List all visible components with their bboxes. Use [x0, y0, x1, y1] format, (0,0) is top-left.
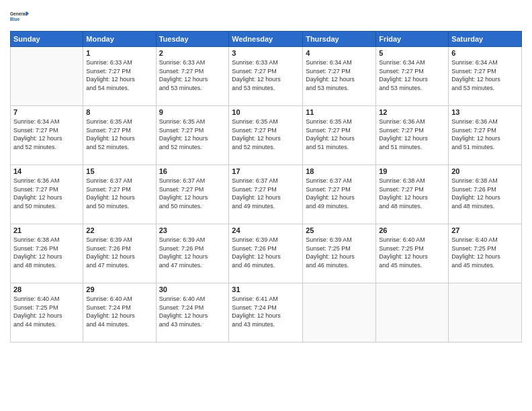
day-info: Sunrise: 6:40 AM Sunset: 7:25 PM Dayligh…	[379, 236, 445, 269]
day-info: Sunrise: 6:41 AM Sunset: 7:24 PM Dayligh…	[232, 295, 300, 328]
day-info: Sunrise: 6:34 AM Sunset: 7:27 PM Dayligh…	[13, 118, 80, 151]
calendar-cell: 5Sunrise: 6:34 AM Sunset: 7:27 PM Daylig…	[376, 47, 449, 106]
calendar-week-row: 7Sunrise: 6:34 AM Sunset: 7:27 PM Daylig…	[11, 106, 522, 165]
weekday-header: Sunday	[11, 32, 83, 47]
calendar-cell	[303, 283, 376, 342]
day-number: 28	[13, 285, 80, 293]
day-info: Sunrise: 6:33 AM Sunset: 7:27 PM Dayligh…	[232, 58, 300, 92]
calendar-cell	[376, 283, 449, 342]
weekday-header: Thursday	[303, 32, 376, 47]
day-info: Sunrise: 6:35 AM Sunset: 7:27 PM Dayligh…	[306, 118, 373, 151]
day-number: 19	[379, 167, 445, 175]
weekday-header: Saturday	[449, 32, 522, 47]
calendar-cell: 16Sunrise: 6:37 AM Sunset: 7:27 PM Dayli…	[156, 165, 229, 224]
day-info: Sunrise: 6:39 AM Sunset: 7:26 PM Dayligh…	[86, 236, 152, 269]
day-number: 14	[13, 167, 80, 175]
calendar-cell: 11Sunrise: 6:35 AM Sunset: 7:27 PM Dayli…	[303, 106, 376, 165]
day-number: 12	[379, 108, 445, 116]
day-number: 31	[232, 285, 300, 293]
day-info: Sunrise: 6:35 AM Sunset: 7:27 PM Dayligh…	[232, 118, 300, 151]
day-number: 20	[451, 167, 519, 175]
calendar-week-row: 28Sunrise: 6:40 AM Sunset: 7:25 PM Dayli…	[11, 283, 522, 342]
calendar-cell	[449, 283, 522, 342]
calendar-cell: 2Sunrise: 6:33 AM Sunset: 7:27 PM Daylig…	[156, 47, 229, 106]
day-number: 26	[379, 226, 445, 234]
calendar-cell: 22Sunrise: 6:39 AM Sunset: 7:26 PM Dayli…	[83, 224, 156, 283]
weekday-header: Tuesday	[156, 32, 229, 47]
calendar-cell: 25Sunrise: 6:39 AM Sunset: 7:25 PM Dayli…	[303, 224, 376, 283]
calendar-week-row: 14Sunrise: 6:36 AM Sunset: 7:27 PM Dayli…	[11, 165, 522, 224]
day-info: Sunrise: 6:34 AM Sunset: 7:27 PM Dayligh…	[306, 58, 373, 92]
day-info: Sunrise: 6:37 AM Sunset: 7:27 PM Dayligh…	[86, 177, 152, 210]
day-info: Sunrise: 6:37 AM Sunset: 7:27 PM Dayligh…	[306, 177, 373, 210]
day-info: Sunrise: 6:40 AM Sunset: 7:25 PM Dayligh…	[451, 236, 519, 269]
calendar-cell: 27Sunrise: 6:40 AM Sunset: 7:25 PM Dayli…	[449, 224, 522, 283]
day-number: 11	[306, 108, 373, 116]
calendar-cell: 28Sunrise: 6:40 AM Sunset: 7:25 PM Dayli…	[11, 283, 83, 342]
weekday-header-row: SundayMondayTuesdayWednesdayThursdayFrid…	[11, 32, 522, 47]
day-info: Sunrise: 6:39 AM Sunset: 7:26 PM Dayligh…	[159, 236, 226, 269]
day-number: 15	[86, 167, 152, 175]
calendar-cell: 24Sunrise: 6:39 AM Sunset: 7:26 PM Dayli…	[229, 224, 303, 283]
day-info: Sunrise: 6:38 AM Sunset: 7:26 PM Dayligh…	[451, 177, 519, 210]
day-number: 21	[13, 226, 80, 234]
day-number: 23	[159, 226, 226, 234]
day-info: Sunrise: 6:36 AM Sunset: 7:27 PM Dayligh…	[13, 177, 80, 210]
page-header: GeneralBlue	[10, 7, 522, 26]
day-info: Sunrise: 6:40 AM Sunset: 7:25 PM Dayligh…	[13, 295, 80, 328]
calendar-cell: 6Sunrise: 6:34 AM Sunset: 7:27 PM Daylig…	[449, 47, 522, 106]
day-number: 1	[86, 49, 152, 57]
day-info: Sunrise: 6:39 AM Sunset: 7:26 PM Dayligh…	[232, 236, 300, 269]
calendar-cell: 15Sunrise: 6:37 AM Sunset: 7:27 PM Dayli…	[83, 165, 156, 224]
svg-marker-2	[26, 11, 29, 16]
day-number: 3	[232, 49, 300, 57]
calendar-cell: 7Sunrise: 6:34 AM Sunset: 7:27 PM Daylig…	[11, 106, 83, 165]
day-number: 18	[306, 167, 373, 175]
calendar-cell: 26Sunrise: 6:40 AM Sunset: 7:25 PM Dayli…	[376, 224, 449, 283]
svg-text:General: General	[10, 11, 26, 16]
svg-text:Blue: Blue	[10, 17, 19, 21]
day-number: 9	[159, 108, 226, 116]
day-number: 24	[232, 226, 300, 234]
weekday-header: Wednesday	[229, 32, 303, 47]
calendar-cell: 4Sunrise: 6:34 AM Sunset: 7:27 PM Daylig…	[303, 47, 376, 106]
calendar-cell: 23Sunrise: 6:39 AM Sunset: 7:26 PM Dayli…	[156, 224, 229, 283]
day-number: 27	[451, 226, 519, 234]
day-info: Sunrise: 6:33 AM Sunset: 7:27 PM Dayligh…	[159, 58, 226, 92]
calendar-cell: 8Sunrise: 6:35 AM Sunset: 7:27 PM Daylig…	[83, 106, 156, 165]
calendar-cell: 29Sunrise: 6:40 AM Sunset: 7:24 PM Dayli…	[83, 283, 156, 342]
day-number: 6	[451, 49, 519, 57]
day-number: 30	[159, 285, 226, 293]
day-number: 8	[86, 108, 152, 116]
calendar-cell: 9Sunrise: 6:35 AM Sunset: 7:27 PM Daylig…	[156, 106, 229, 165]
weekday-header: Friday	[376, 32, 449, 47]
calendar-cell: 10Sunrise: 6:35 AM Sunset: 7:27 PM Dayli…	[229, 106, 303, 165]
day-number: 25	[306, 226, 373, 234]
calendar-cell: 20Sunrise: 6:38 AM Sunset: 7:26 PM Dayli…	[449, 165, 522, 224]
calendar-cell: 12Sunrise: 6:36 AM Sunset: 7:27 PM Dayli…	[376, 106, 449, 165]
day-number: 13	[451, 108, 519, 116]
day-info: Sunrise: 6:35 AM Sunset: 7:27 PM Dayligh…	[86, 118, 152, 151]
calendar-week-row: 1Sunrise: 6:33 AM Sunset: 7:27 PM Daylig…	[11, 47, 522, 106]
logo: GeneralBlue	[10, 7, 29, 26]
calendar-cell: 3Sunrise: 6:33 AM Sunset: 7:27 PM Daylig…	[229, 47, 303, 106]
day-number: 10	[232, 108, 300, 116]
day-number: 5	[379, 49, 445, 57]
calendar-cell: 17Sunrise: 6:37 AM Sunset: 7:27 PM Dayli…	[229, 165, 303, 224]
calendar-cell: 1Sunrise: 6:33 AM Sunset: 7:27 PM Daylig…	[83, 47, 156, 106]
day-info: Sunrise: 6:33 AM Sunset: 7:27 PM Dayligh…	[86, 58, 152, 92]
calendar-cell: 31Sunrise: 6:41 AM Sunset: 7:24 PM Dayli…	[229, 283, 303, 342]
day-number: 29	[86, 285, 152, 293]
calendar-week-row: 21Sunrise: 6:38 AM Sunset: 7:26 PM Dayli…	[11, 224, 522, 283]
day-info: Sunrise: 6:34 AM Sunset: 7:27 PM Dayligh…	[451, 58, 519, 92]
day-info: Sunrise: 6:36 AM Sunset: 7:27 PM Dayligh…	[379, 118, 445, 151]
day-info: Sunrise: 6:36 AM Sunset: 7:27 PM Dayligh…	[451, 118, 519, 151]
day-info: Sunrise: 6:39 AM Sunset: 7:25 PM Dayligh…	[306, 236, 373, 269]
day-info: Sunrise: 6:34 AM Sunset: 7:27 PM Dayligh…	[379, 58, 445, 92]
calendar-cell: 14Sunrise: 6:36 AM Sunset: 7:27 PM Dayli…	[11, 165, 83, 224]
day-info: Sunrise: 6:38 AM Sunset: 7:26 PM Dayligh…	[13, 236, 80, 269]
day-info: Sunrise: 6:38 AM Sunset: 7:27 PM Dayligh…	[379, 177, 445, 210]
calendar-cell	[11, 47, 83, 106]
day-info: Sunrise: 6:37 AM Sunset: 7:27 PM Dayligh…	[159, 177, 226, 210]
day-number: 7	[13, 108, 80, 116]
